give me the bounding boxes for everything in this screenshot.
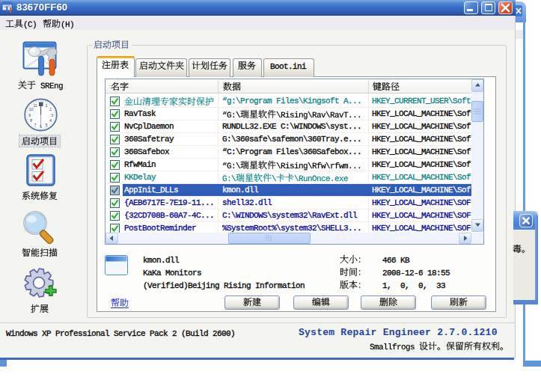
svg-text:2: 2	[49, 107, 52, 111]
svg-text:1: 1	[45, 103, 47, 108]
svg-text:7: 7	[34, 123, 36, 127]
svg-text:5: 5	[45, 123, 47, 127]
svg-text:8: 8	[30, 118, 32, 123]
svg-text:3: 3	[51, 113, 53, 117]
svg-text:9: 9	[28, 113, 31, 117]
svg-text:4: 4	[49, 118, 52, 123]
svg-text:10: 10	[28, 107, 33, 111]
svg-text:11: 11	[33, 103, 37, 108]
